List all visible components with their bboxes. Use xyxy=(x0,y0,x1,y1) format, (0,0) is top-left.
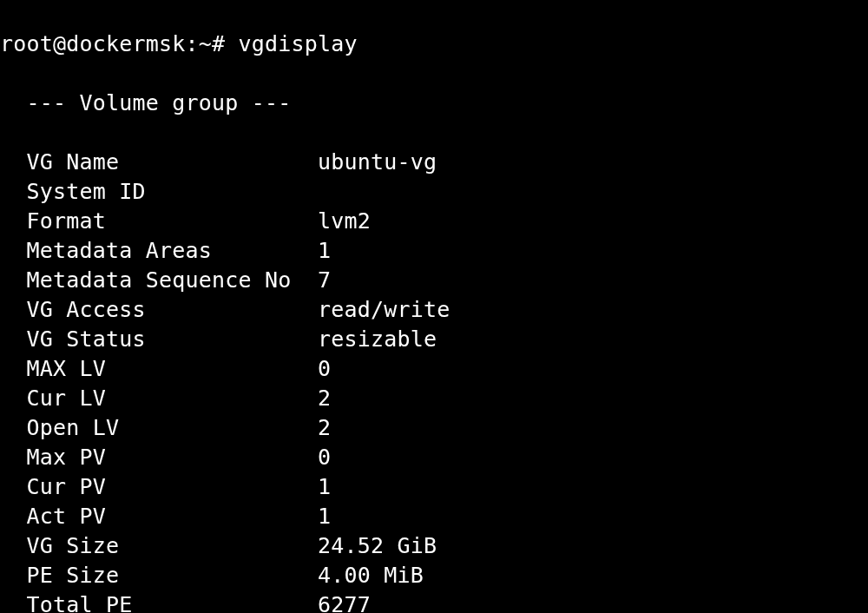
section-header: --- Volume group --- xyxy=(0,89,868,118)
command-text: vgdisplay xyxy=(239,31,358,56)
terminal-output: root@dockermsk:~# vgdisplay --- Volume g… xyxy=(0,0,868,613)
shell-prompt: root@dockermsk:~# xyxy=(0,31,239,56)
prompt-line[interactable]: root@dockermsk:~# vgdisplay xyxy=(0,30,868,59)
vg-rows: VG Name ubuntu-vg System ID Format lvm2 … xyxy=(0,148,868,613)
